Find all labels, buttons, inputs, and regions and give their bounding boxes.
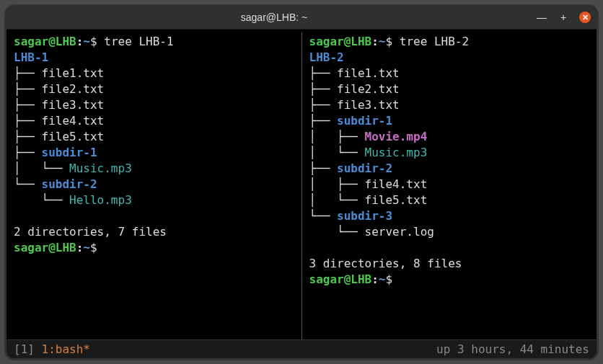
window-title: sagar@LHB: ~ — [12, 12, 536, 23]
tree-branch: └── — [309, 209, 338, 223]
status-uptime: up 3 hours, 44 minutes — [436, 342, 589, 356]
tree-entry: file2.txt — [42, 82, 105, 96]
terminal-body[interactable]: sagar@LHB:~$ tree LHB-1 LHB-1 ├── file1.… — [6, 30, 597, 339]
tree-entry: subdir-1 — [337, 114, 392, 128]
tree-branch: │ ├── — [309, 177, 365, 191]
prompt-dollar: $ — [90, 35, 97, 48]
tree-entry: file5.txt — [365, 193, 428, 207]
tree-entry: subdir-2 — [42, 177, 97, 191]
minimize-button[interactable]: — — [536, 12, 547, 23]
tree-summary: 3 directories, 8 files — [309, 257, 462, 270]
tmux-tab[interactable]: 1:bash* — [42, 342, 90, 356]
tree-branch: ├── — [14, 146, 42, 159]
tree-entry: file3.txt — [42, 98, 105, 112]
prompt-dollar: $ — [90, 241, 97, 254]
tree-branch: ├── — [309, 82, 338, 96]
tree-entry: subdir-2 — [337, 161, 392, 175]
tree-branch: ├── — [14, 98, 42, 112]
tree-entry: file2.txt — [337, 82, 400, 96]
tree-branch: ├── — [14, 114, 42, 128]
tree-entry: file3.txt — [337, 98, 400, 112]
prompt-user: sagar@LHB — [14, 35, 76, 48]
window-buttons: — + ✕ — [536, 12, 591, 23]
prompt-user: sagar@LHB — [14, 241, 76, 254]
tree-entry: subdir-1 — [42, 146, 97, 159]
maximize-button[interactable]: + — [558, 12, 569, 23]
tree-entry: file5.txt — [42, 130, 105, 143]
tmux-statusbar: [1] 1:bash* up 3 hours, 44 minutes — [6, 339, 597, 358]
tree-branch: └── — [309, 225, 365, 239]
prompt-user: sagar@LHB — [309, 35, 372, 48]
tree-summary: 2 directories, 7 files — [14, 225, 167, 239]
tree-branch: │ └── — [14, 161, 69, 175]
prompt-colon: : — [76, 35, 84, 48]
status-left: [1] 1:bash* — [14, 342, 436, 356]
close-button[interactable]: ✕ — [579, 12, 591, 23]
prompt-path: ~ — [83, 35, 90, 48]
titlebar: sagar@LHB: ~ — + ✕ — [6, 6, 597, 30]
tree-entry: Music.mp3 — [365, 146, 428, 159]
tree-entry: server.log — [365, 225, 434, 239]
tree-branch: ├── — [14, 66, 42, 80]
tree-entry: Hello.mp3 — [69, 193, 132, 207]
tree-branch: │ └── — [309, 146, 365, 159]
tree-entry: Movie.mp4 — [365, 130, 428, 143]
prompt-path: ~ — [83, 241, 90, 254]
command-text: tree LHB-1 — [104, 35, 173, 48]
prompt-colon: : — [371, 272, 379, 286]
tree-entry: file1.txt — [337, 66, 400, 80]
tree-branch: ├── — [309, 114, 338, 128]
tree-branch: ├── — [309, 161, 338, 175]
tree-entry: file4.txt — [365, 177, 428, 191]
tree-branch: └── — [14, 193, 69, 207]
prompt-dollar: $ — [385, 35, 392, 48]
tree-branch: ├── — [14, 82, 42, 96]
tree-branch: └── — [14, 177, 42, 191]
prompt-dollar: $ — [385, 272, 392, 286]
command-text: tree LHB-2 — [400, 35, 469, 48]
left-pane[interactable]: sagar@LHB:~$ tree LHB-1 LHB-1 ├── file1.… — [6, 32, 302, 339]
tree-root: LHB-2 — [309, 50, 344, 64]
terminal-window: sagar@LHB: ~ — + ✕ sagar@LHB:~$ tree LHB… — [6, 6, 597, 359]
tree-branch: ├── — [309, 66, 338, 80]
tree-root: LHB-1 — [14, 50, 48, 64]
tree-entry: subdir-3 — [337, 209, 392, 223]
tree-entry: file1.txt — [42, 66, 105, 80]
prompt-user: sagar@LHB — [309, 272, 372, 286]
prompt-colon: : — [76, 241, 84, 254]
tree-branch: ├── — [14, 130, 42, 143]
tmux-window-number: [1] — [14, 342, 42, 356]
tree-entry: file4.txt — [42, 114, 105, 128]
tree-entry: Music.mp3 — [69, 161, 132, 175]
prompt-colon: : — [371, 35, 379, 48]
right-pane[interactable]: sagar@LHB:~$ tree LHB-2 LHB-2 ├── file1.… — [302, 32, 597, 339]
tree-branch: ├── — [309, 98, 338, 112]
tree-branch: │ └── — [309, 193, 365, 207]
tree-branch: │ ├── — [309, 130, 365, 143]
